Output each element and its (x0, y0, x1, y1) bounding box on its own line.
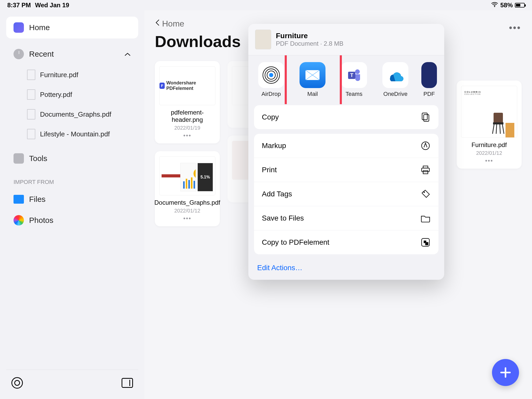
action-save-to-files[interactable]: Save to Files (254, 206, 438, 230)
toggle-sidebar-icon[interactable] (122, 378, 133, 388)
svg-rect-7 (494, 113, 503, 123)
svg-rect-5 (191, 177, 192, 189)
svg-point-19 (355, 69, 360, 74)
more-menu-icon[interactable]: ••• (509, 22, 521, 33)
app-logo-icon (14, 22, 24, 33)
teams-icon: T (341, 62, 367, 88)
svg-rect-6 (194, 181, 195, 189)
recent-item[interactable]: Documents_Graphs.pdf (6, 104, 138, 124)
markup-icon (420, 141, 431, 151)
sidebar-item-home[interactable]: Home (6, 17, 138, 38)
svg-point-26 (424, 192, 425, 193)
edit-actions-link[interactable]: Edit Actions… (248, 259, 444, 280)
share-header: Furniture PDF Document · 2.8 MB (248, 24, 444, 55)
file-name: Furniture.pdf (471, 141, 507, 149)
svg-point-0 (494, 6, 495, 7)
file-card[interactable]: FWondershare PDFelement pdfelement-heade… (155, 61, 220, 143)
status-bar: 8:37 PM Wed Jan 19 58% (0, 0, 532, 10)
share-actions-primary: Copy (254, 105, 438, 129)
battery-icon (515, 3, 525, 8)
add-button[interactable] (492, 359, 519, 386)
action-copy[interactable]: Copy (254, 105, 438, 129)
sidebar-label-recent: Recent (29, 50, 54, 58)
battery-percent: 58% (500, 2, 513, 9)
file-name: pdfelement-header.png (159, 109, 216, 123)
share-apps-row: AirDrop Mail T Teams OneDrive PDF (248, 55, 444, 104)
document-icon (27, 70, 35, 80)
chevron-up-icon[interactable] (124, 50, 131, 58)
onedrive-icon (382, 62, 408, 88)
import-from-label: IMPORT FROM (6, 169, 138, 189)
recent-item[interactable]: Lifestyle - Mountain.pdf (6, 124, 138, 144)
svg-line-11 (496, 124, 497, 134)
account-icon[interactable] (11, 377, 23, 389)
recent-item[interactable]: Furniture.pdf (6, 65, 138, 85)
svg-text:T: T (350, 72, 353, 78)
airdrop-icon (258, 62, 284, 88)
tools-icon (14, 153, 24, 164)
svg-line-9 (493, 124, 494, 134)
recent-item[interactable]: Pottery.pdf (6, 85, 138, 104)
share-app-onedrive[interactable]: OneDrive (380, 62, 411, 97)
svg-rect-24 (422, 168, 429, 172)
file-thumbnail: 5.1% (159, 156, 215, 195)
share-thumbnail (255, 30, 271, 49)
breadcrumb-label: Home (162, 19, 184, 29)
copy-icon (420, 112, 431, 122)
action-print[interactable]: Print (254, 158, 438, 182)
svg-line-12 (500, 124, 500, 134)
folder-icon (420, 213, 431, 223)
print-icon (420, 165, 431, 175)
share-subtitle: PDF Document · 2.8 MB (276, 40, 343, 47)
document-icon (27, 109, 35, 119)
tag-icon (420, 189, 431, 199)
file-date: 2022/01/19 (174, 125, 200, 131)
share-app-airdrop[interactable]: AirDrop (256, 62, 287, 97)
svg-rect-23 (423, 166, 428, 168)
action-add-tags[interactable]: Add Tags (254, 182, 438, 206)
file-thumbnail: COLUMBIA COLLECTIVE (461, 86, 517, 138)
file-more-icon[interactable]: ••• (183, 132, 191, 139)
svg-rect-25 (423, 171, 428, 174)
svg-rect-3 (186, 179, 187, 189)
svg-point-1 (194, 168, 196, 179)
svg-rect-2 (183, 181, 185, 189)
svg-line-10 (502, 124, 504, 134)
pdf-app-icon (421, 62, 437, 88)
share-app-teams[interactable]: T Teams (338, 62, 370, 97)
file-thumbnail: FWondershare PDFelement (159, 66, 215, 105)
sidebar-label-files: Files (29, 195, 45, 204)
file-card[interactable]: 5.1% Documents_Graphs.pdf 2022/01/12 ••• (155, 151, 220, 226)
sidebar-item-photos[interactable]: Photos (6, 209, 138, 231)
share-sheet: Furniture PDF Document · 2.8 MB AirDrop … (248, 24, 444, 280)
file-date: 2022/01/12 (476, 150, 502, 156)
document-icon (27, 89, 35, 100)
document-icon (27, 129, 35, 139)
status-date: Wed Jan 19 (35, 2, 69, 9)
share-app-mail[interactable]: Mail (297, 62, 328, 97)
svg-rect-4 (188, 180, 190, 189)
sidebar-label-photos: Photos (29, 216, 53, 225)
sidebar-item-files[interactable]: Files (6, 189, 138, 209)
photos-icon (14, 215, 24, 225)
svg-rect-21 (424, 115, 429, 121)
sidebar-item-tools[interactable]: Tools (6, 148, 138, 169)
pdfelement-icon (420, 237, 431, 248)
sidebar-label-tools: Tools (29, 154, 47, 163)
action-markup[interactable]: Markup (254, 134, 438, 158)
status-time: 8:37 PM (7, 2, 31, 9)
action-copy-to-pdfelement[interactable]: Copy to PDFelement (254, 230, 438, 254)
sidebar-item-recent[interactable]: Recent (6, 43, 138, 65)
file-name: Documents_Graphs.pdf (154, 199, 220, 206)
clock-icon (14, 49, 24, 59)
share-title: Furniture (276, 32, 343, 40)
share-app-pdf[interactable]: PDF (421, 62, 437, 97)
wifi-icon (491, 2, 498, 9)
share-actions: Markup Print Add Tags Save to Files Copy… (254, 134, 438, 254)
file-card-furniture[interactable]: COLUMBIA COLLECTIVE Furniture.pdf 2022/0… (457, 81, 522, 169)
svg-rect-20 (422, 113, 427, 120)
sidebar: Home Recent Furniture.pdf Pottery.pdf Do… (0, 10, 144, 399)
mail-icon (300, 62, 325, 88)
file-more-icon[interactable]: ••• (485, 157, 493, 164)
file-more-icon[interactable]: ••• (183, 215, 191, 222)
